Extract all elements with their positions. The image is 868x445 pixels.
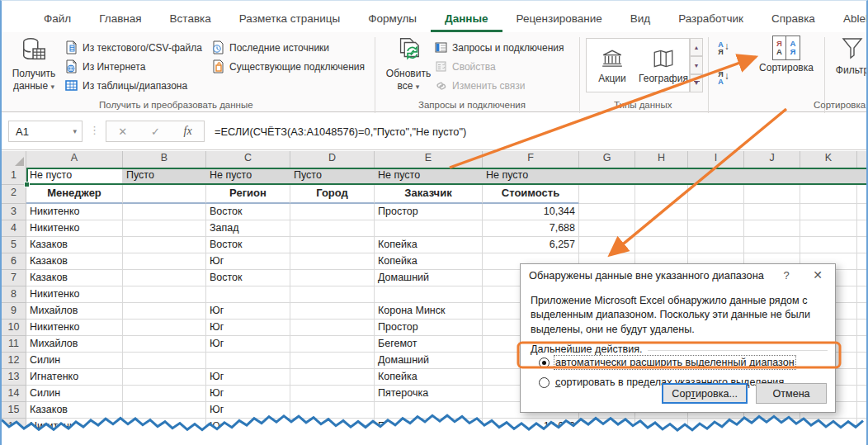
cell-H3[interactable] [635,204,688,220]
name-box[interactable]: A1 ▾ [8,121,83,142]
cell-L6[interactable] [857,253,868,270]
column-header-H[interactable]: H [635,151,688,168]
cell-F4[interactable]: 7,688 [483,220,579,237]
cell-A3[interactable]: Никитенко [26,204,123,220]
dialog-cancel-button[interactable]: Отмена [756,383,827,404]
cell-C4[interactable]: Запад [206,220,290,237]
cell-E6[interactable]: Копейка [375,253,483,270]
cell-A7[interactable]: Казаков [26,270,123,286]
cell-E15[interactable] [375,402,483,419]
cell-B1[interactable]: Пусто [123,168,206,185]
column-header-I[interactable]: I [688,151,744,168]
cell-L8[interactable] [857,286,868,303]
cell-A6[interactable]: Казаков [26,253,123,270]
cell-L7[interactable] [857,270,868,286]
cell-D7[interactable] [290,270,375,286]
cell-A2[interactable]: Менеджер [26,185,123,204]
cell-B12[interactable] [123,353,206,369]
cell-K4[interactable] [800,220,857,237]
cell-G2[interactable] [579,185,635,204]
cell-L10[interactable] [857,320,868,336]
ribbon-item-recent-sources[interactable]: Последние источники [211,39,329,56]
cell-C10[interactable]: Юг [206,320,290,336]
insert-function-icon[interactable]: fx [184,125,192,138]
cell-H2[interactable] [635,185,688,204]
gallery-scroll-up-icon[interactable]: ▲ [690,38,703,56]
cell-C5[interactable]: Восток [206,237,290,253]
cell-F3[interactable]: 10,344 [483,204,579,220]
cell-A5[interactable]: Казаков [26,237,123,253]
cell-L1[interactable] [857,168,868,185]
cell-C16[interactable]: Юг [206,419,290,435]
cell-C9[interactable]: Юг [206,303,290,320]
cell-B9[interactable] [123,303,206,320]
cancel-entry-icon[interactable]: ✕ [118,125,127,138]
cell-C13[interactable]: Юг [206,369,290,386]
cell-G16[interactable] [579,419,635,435]
formula-bar-grip-icon[interactable]: ⋮ [89,124,100,136]
row-header-15[interactable]: 15 [2,402,26,419]
tab-разметка-страницы[interactable]: Разметка страницы [225,5,354,32]
cell-C6[interactable]: Юг [206,253,290,270]
column-header-B[interactable]: B [123,151,206,168]
cell-A13[interactable]: Игнатенко [26,369,123,386]
row-header-4[interactable]: 4 [2,220,26,237]
row-header-14[interactable]: 14 [2,386,26,402]
cell-A16[interactable]: Никитенко [26,419,123,435]
cell-J5[interactable] [744,237,800,253]
cell-H1[interactable] [635,168,688,185]
cell-D1[interactable]: Пусто [290,168,375,185]
cell-I4[interactable] [688,220,744,237]
cell-C15[interactable]: Юг [206,402,290,419]
column-header-A[interactable]: A [26,151,123,168]
cell-K16[interactable] [800,419,857,435]
cell-L13[interactable] [857,369,868,386]
ribbon-item-file-text[interactable]: Из текстового/CSV-файла [64,39,202,56]
cell-C14[interactable]: Юг [206,386,290,402]
cell-A9[interactable]: Михайлов [26,303,123,320]
cell-E11[interactable]: Бегемот [375,336,483,353]
cell-I3[interactable] [688,204,744,220]
cell-D12[interactable] [290,353,375,369]
cell-H5[interactable] [635,237,688,253]
cell-A12[interactable]: Силин [26,353,123,369]
cell-E3[interactable]: Простор [375,204,483,220]
row-header-10[interactable]: 10 [2,320,26,336]
dialog-help-icon[interactable]: ? [774,266,799,284]
cell-E1[interactable]: Не пусто [375,168,483,185]
cell-L14[interactable] [857,386,868,402]
dialog-sort-button[interactable]: Сортировка... [662,383,748,404]
cell-C3[interactable]: Восток [206,204,290,220]
cell-F2[interactable]: Стоимость [483,185,579,204]
tab-разработчик[interactable]: Разработчик [664,5,757,32]
row-header-11[interactable]: 11 [2,336,26,353]
cell-G4[interactable] [579,220,635,237]
cell-B15[interactable] [123,402,206,419]
cell-I2[interactable] [688,185,744,204]
get-data-button[interactable]: Получить данные ▾ [7,36,61,97]
cell-J16[interactable] [744,419,800,435]
datatype-stocks[interactable]: Акции [587,39,638,92]
cell-E12[interactable]: Домашний [375,353,483,369]
cell-J1[interactable] [744,168,800,185]
cell-E5[interactable]: Копейка [375,237,483,253]
cell-L2[interactable] [857,185,868,204]
cell-D3[interactable] [290,204,375,220]
name-box-dropdown-icon[interactable]: ▾ [73,127,77,135]
filter-button[interactable]: Фильтр [828,36,868,97]
tab-вид[interactable]: Вид [616,5,664,32]
cell-L11[interactable] [857,336,868,353]
cell-G5[interactable] [579,237,635,253]
ribbon-item-file-globe[interactable]: Из Интернета [64,58,145,75]
row-header-7[interactable]: 7 [2,270,26,286]
column-header-C[interactable]: C [206,151,290,168]
tab-формулы[interactable]: Формулы [354,5,431,32]
cell-F1[interactable]: Не пусто [483,168,579,185]
cell-E16[interactable]: Простор [375,419,483,435]
gallery-scroll-down-icon[interactable]: ▼ [690,56,703,74]
row-header-9[interactable]: 9 [2,303,26,320]
cell-A15[interactable]: Казаков [26,402,123,419]
cell-B8[interactable] [123,286,206,303]
cell-L3[interactable] [857,204,868,220]
cell-D4[interactable] [290,220,375,237]
